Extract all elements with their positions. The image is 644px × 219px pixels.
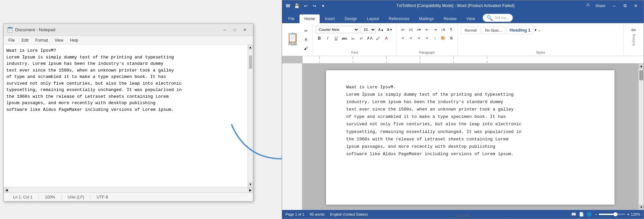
justify-button[interactable]: ≡ [423, 34, 431, 42]
italic-button[interactable]: I [324, 35, 331, 42]
styles-row: Normal No Spac... Heading 1 ▾ ⌄ [461, 26, 621, 34]
word-customize-qa-button[interactable]: ▾ [319, 2, 327, 10]
editing-icon: ✏ [631, 27, 636, 34]
numbering-button[interactable]: ≡1 [407, 26, 415, 33]
notepad-scroll-left[interactable]: ◀ [4, 187, 9, 193]
word-redo-button[interactable]: ↪ [310, 2, 318, 10]
line-spacing-button[interactable]: ↕ [431, 34, 439, 42]
notepad-text-content[interactable]: Waat is Lore IpsvM? Lorem Ipsum is simpl… [4, 45, 248, 187]
strikethrough-button[interactable]: abc [341, 35, 348, 42]
word-save-button[interactable]: 💾 [293, 2, 301, 10]
tab-review[interactable]: Review [439, 14, 461, 23]
show-formatting-button[interactable]: ¶ [447, 26, 455, 33]
font-row1: Courier New 10.5 A▲ A▼ [316, 26, 393, 33]
notepad-horizontal-scrollbar[interactable]: ◀ ▶ [4, 187, 253, 192]
sort-button[interactable]: ↕A [439, 26, 447, 33]
ribbon-group-styles: Normal No Spac... Heading 1 ▾ ⌄ Styles [458, 24, 624, 55]
word-vertical-scrollbar[interactable]: ▲ ▼ [638, 63, 644, 210]
notepad-titlebar: Document - Notepad ─ □ ✕ [4, 24, 253, 36]
notepad-scroll-thumb[interactable] [249, 55, 252, 69]
notepad-menu-file[interactable]: File [6, 37, 17, 43]
notepad-vertical-scrollbar[interactable]: ▲ ▼ [248, 45, 253, 187]
tell-me-box[interactable]: 🔍 Tell me... [483, 14, 513, 22]
align-center-button[interactable]: ≡ [407, 34, 415, 42]
tab-insert[interactable]: Insert [320, 14, 339, 23]
increase-indent-button[interactable]: ⇥ [431, 26, 439, 33]
word-scroll-thumb[interactable] [639, 70, 643, 80]
font-size-select[interactable]: 10.5 [361, 26, 376, 33]
underline-button[interactable]: U [332, 35, 340, 42]
word-undo-button[interactable]: ↩ [302, 2, 310, 10]
word-scroll-down-button[interactable]: ▼ [639, 205, 644, 210]
bold-button[interactable]: B [316, 35, 323, 42]
notepad-scroll-up[interactable]: ▲ [248, 45, 253, 50]
notepad-zoom: 100% [39, 195, 62, 200]
notepad-menu-format[interactable]: Format [33, 37, 51, 43]
font-shrink-button[interactable]: A▼ [386, 26, 393, 33]
copy-button[interactable]: ⎘ [302, 36, 310, 44]
notepad-title: Document - Notepad [15, 27, 55, 32]
multilevel-button[interactable]: ≡▾ [415, 26, 423, 33]
notepad-minimize-button[interactable]: ─ [220, 26, 229, 34]
paragraph-group-label: Paragraph [399, 51, 455, 54]
word-share-button[interactable]: Share [592, 0, 609, 11]
notepad-menu-edit[interactable]: Edit [19, 37, 31, 43]
decrease-indent-button[interactable]: ⇤ [423, 26, 431, 33]
style-nospace-button[interactable]: No Spac... [482, 27, 505, 34]
notepad-maximize-button[interactable]: □ [230, 26, 239, 34]
word-minimize-button[interactable]: ─ [609, 0, 620, 11]
font-grow-button[interactable]: A▲ [377, 26, 385, 33]
notepad-scroll-right[interactable]: ▶ [248, 187, 253, 193]
tab-mailings[interactable]: Mailings [414, 14, 438, 23]
word-scroll-up-button[interactable]: ▲ [639, 63, 644, 69]
borders-button[interactable]: ⊞ [447, 34, 455, 42]
word-close-button[interactable]: ✕ [630, 0, 641, 11]
font-name-select[interactable]: Courier New [316, 26, 359, 33]
ribbon-group-font: Courier New 10.5 A▲ A▼ B I U abc x₂ x² ✗… [313, 24, 396, 55]
word-restore-button[interactable]: ⧉ [620, 0, 630, 11]
tab-layout[interactable]: Layout [362, 14, 384, 23]
word-titlebar-title: TxtToWord [Compatibility Mode] - Word (P… [327, 3, 584, 8]
notepad-scroll-h-track [9, 187, 248, 192]
notepad-close-button[interactable]: ✕ [240, 26, 250, 34]
bullets-button[interactable]: ≡• [399, 26, 407, 33]
clipboard-label: Clipboard [282, 213, 644, 217]
editing-button[interactable]: ✏ Editing [629, 25, 638, 48]
tab-home[interactable]: Home [300, 14, 320, 23]
shading-button[interactable]: 🎨 [439, 34, 447, 42]
notepad-menu-view[interactable]: View [52, 37, 66, 43]
notepad-menu-help[interactable]: Help [67, 37, 81, 43]
notepad-controls: ─ □ ✕ [220, 26, 250, 34]
style-heading1-button[interactable]: Heading 1 [506, 26, 533, 34]
notepad-encoding: UTF-8 [91, 195, 114, 200]
font-row2: B I U abc x₂ x² ✗A 🖊 A [316, 35, 393, 42]
svg-text:1: 1 [319, 60, 320, 63]
tab-file[interactable]: File [283, 14, 299, 23]
word-page-area[interactable]: Waat is Lore IpsvM. Lorem Ipsum is simpl… [302, 63, 638, 210]
word-zoom-track [599, 214, 626, 215]
tab-view[interactable]: View [462, 14, 480, 23]
tab-design[interactable]: Design [340, 14, 362, 23]
cut-button[interactable]: ✂ [302, 27, 310, 35]
word-zoom-thumb[interactable] [613, 212, 618, 216]
tab-references[interactable]: References [384, 14, 414, 23]
align-right-button[interactable]: ≡ [415, 34, 423, 42]
ribbon-group-paragraph: ≡• ≡1 ≡▾ ⇤ ⇥ ↕A ¶ ≡ ≡ ≡ ≡ ↕ 🎨 ⊞ [396, 24, 458, 55]
paste-button[interactable]: 📋 Paste [285, 32, 301, 47]
word-page[interactable]: Waat is Lore IpsvM. Lorem Ipsum is simpl… [326, 70, 614, 205]
subscript-button[interactable]: x₂ [349, 35, 357, 42]
tell-me-label: Tell me... [494, 16, 509, 20]
style-normal-button[interactable]: Normal [461, 27, 481, 34]
clear-format-button[interactable]: ✗A [366, 35, 373, 42]
text-highlight-button[interactable]: 🖊 [374, 35, 382, 42]
notepad-scroll-down[interactable]: ▼ [248, 182, 253, 187]
styles-gallery-expand-button[interactable]: ▾ [535, 28, 537, 32]
word-warning-button[interactable]: ⚠ [584, 0, 592, 8]
text-color-button[interactable]: A [383, 35, 390, 42]
styles-dialog-button[interactable]: ⌄ [538, 28, 541, 32]
superscript-button[interactable]: x² [358, 35, 365, 42]
format-painter-button[interactable]: 🖌 [302, 44, 310, 52]
clipboard-small-buttons: ✂ ⎘ 🖌 [302, 27, 310, 52]
align-left-button[interactable]: ≡ [399, 34, 407, 42]
svg-text:6: 6 [486, 60, 488, 63]
